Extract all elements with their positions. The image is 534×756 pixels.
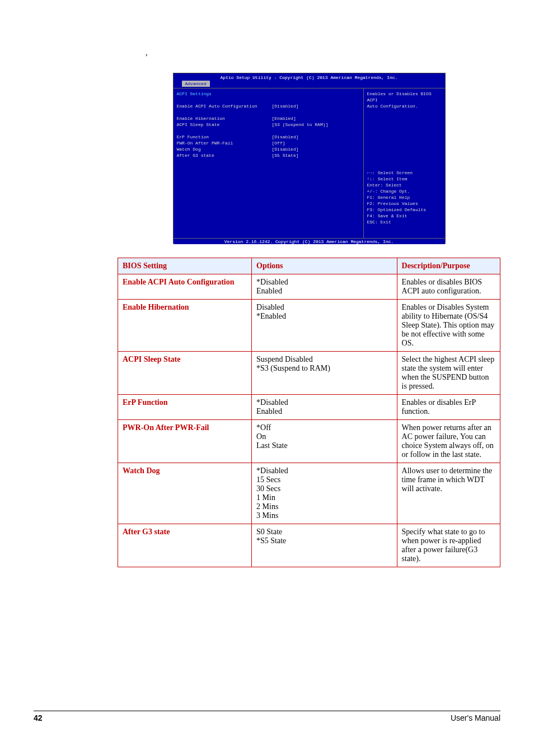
- table-header: Description/Purpose: [397, 258, 500, 274]
- table-row: ErP Function*DisabledEnabledEnables or d…: [118, 395, 500, 420]
- bios-tab-advanced: Advanced: [182, 81, 210, 87]
- setting-name: ACPI Sleep State: [118, 352, 252, 395]
- setting-options: *DisabledEnabled: [252, 395, 397, 420]
- bios-key: F4: Save & Exit: [367, 213, 442, 219]
- bios-item-value: [Off]: [272, 140, 285, 146]
- setting-options: S0 State*S5 State: [252, 524, 397, 567]
- bios-item-value: [Enabled]: [272, 115, 296, 122]
- setting-name: PWR-On After PWR-Fail: [118, 420, 252, 463]
- settings-table: BIOS Setting Options Description/Purpose…: [118, 258, 500, 567]
- setting-name: Enable ACPI Auto Configuration: [118, 274, 252, 300]
- table-row: After G3 stateS0 State*S5 StateSpecify w…: [118, 524, 500, 567]
- bios-item-label: Watch Dog: [177, 146, 272, 152]
- table-row: Enable ACPI Auto Configuration*DisabledE…: [118, 274, 500, 300]
- bios-right-pane: Enables or Disables BIOS ACPI Auto Confi…: [364, 88, 445, 238]
- setting-description: Specify what state to go to when power i…: [397, 524, 500, 567]
- setting-description: Select the highest ACPI sleep state the …: [397, 352, 500, 395]
- bios-help-line: Auto Configuration.: [367, 103, 442, 109]
- setting-options: *OffOnLast State: [252, 420, 397, 463]
- bios-item-label: Enable Hibernation: [177, 115, 272, 122]
- bios-help-line: Enables or Disables BIOS ACPI: [367, 91, 442, 103]
- table-row: Enable HibernationDisabled*EnabledEnable…: [118, 300, 500, 352]
- setting-description: When power returns after an AC power fai…: [397, 420, 500, 463]
- setting-name: After G3 state: [118, 524, 252, 567]
- bios-key: F3: Optimized Defaults: [367, 207, 442, 213]
- setting-description: Allows user to determine the time frame …: [397, 463, 500, 524]
- table-header-row: BIOS Setting Options Description/Purpose: [118, 258, 500, 274]
- table-row: ACPI Sleep StateSuspend Disabled*S3 (Sus…: [118, 352, 500, 395]
- setting-options: *Disabled15 Secs30 Secs1 Min2 Mins3 Mins: [252, 463, 397, 524]
- bios-item-label: ErP Function: [177, 134, 272, 140]
- table-header: Options: [252, 258, 397, 274]
- bios-item-value: [Disabled]: [272, 134, 299, 140]
- bios-item-label: Enable ACPI Auto Configuration: [177, 103, 272, 109]
- setting-description: Enables or disables BIOS ACPI auto confi…: [397, 274, 500, 300]
- table-row: Watch Dog*Disabled15 Secs30 Secs1 Min2 M…: [118, 463, 500, 524]
- setting-options: *DisabledEnabled: [252, 274, 397, 300]
- manual-title: User's Manual: [451, 713, 500, 722]
- bios-item-value: [Disabled]: [272, 103, 299, 109]
- setting-options: Suspend Disabled*S3 (Suspend to RAM): [252, 352, 397, 395]
- bios-footer: Version 2.16.1242. Copyright (C) 2013 Am…: [174, 238, 445, 244]
- bios-key-legend: ←→: Select Screen ↑↓: Select Item Enter:…: [367, 170, 442, 225]
- bios-key: F2: Previous Values: [367, 200, 442, 207]
- bios-key: ←→: Select Screen: [367, 170, 442, 176]
- bios-key: ↑↓: Select Item: [367, 176, 442, 182]
- bios-key: Enter: Select: [367, 182, 442, 188]
- bios-item-value: [Disabled]: [272, 146, 299, 152]
- bios-item-value: [S5 State]: [272, 152, 299, 158]
- table-header: BIOS Setting: [118, 258, 252, 274]
- bios-screenshot: Aptio Setup Utility - Copyright (C) 2013…: [173, 73, 446, 244]
- bios-item-label: PWR-On After PWR-Fail: [177, 140, 272, 146]
- bios-key: +/-: Change Opt.: [367, 188, 442, 194]
- page-footer: 42 User's Manual: [34, 711, 500, 722]
- setting-name: Enable Hibernation: [118, 300, 252, 352]
- bios-key: F1: General Help: [367, 194, 442, 200]
- page-number: 42: [34, 713, 43, 722]
- stray-text: ,: [146, 49, 148, 58]
- setting-name: ErP Function: [118, 395, 252, 420]
- bios-item-label: After G3 state: [177, 152, 272, 158]
- bios-body: ACPI Settings Enable ACPI Auto Configura…: [174, 88, 445, 238]
- bios-key: ESC: Exit: [367, 219, 442, 225]
- setting-name: Watch Dog: [118, 463, 252, 524]
- bios-left-pane: ACPI Settings Enable ACPI Auto Configura…: [174, 88, 364, 238]
- bios-help-text: Enables or Disables BIOS ACPI Auto Confi…: [367, 91, 442, 109]
- setting-description: Enables or disables ErP function.: [397, 395, 500, 420]
- bios-item-label: ACPI Sleep State: [177, 122, 272, 128]
- document-page: , Aptio Setup Utility - Copyright (C) 20…: [0, 0, 534, 590]
- bios-header: Aptio Setup Utility - Copyright (C) 2013…: [174, 73, 445, 88]
- table-row: PWR-On After PWR-Fail*OffOnLast StateWhe…: [118, 420, 500, 463]
- setting-description: Enables or Disables System ability to Hi…: [397, 300, 500, 352]
- bios-item-value: [S3 (Suspend to RAM)]: [272, 122, 329, 128]
- setting-options: Disabled*Enabled: [252, 300, 397, 352]
- bios-section-title: ACPI Settings: [177, 91, 272, 97]
